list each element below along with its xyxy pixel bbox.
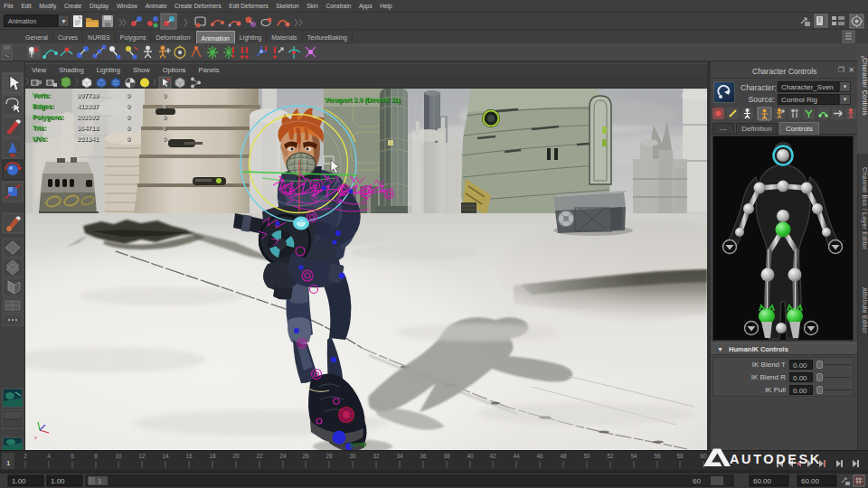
svg-text:12: 12 (138, 453, 146, 459)
svg-text:18: 18 (209, 453, 216, 459)
svg-text:32: 32 (373, 453, 380, 459)
svg-text:AUTODESK: AUTODESK (730, 452, 822, 466)
svg-text:UVs:: UVs: (33, 135, 47, 143)
svg-text:6: 6 (71, 453, 74, 459)
svg-text:412857: 412857 (77, 102, 99, 110)
svg-text:14: 14 (162, 453, 169, 459)
svg-text:persp: persp (350, 441, 367, 448)
svg-text:0: 0 (163, 102, 166, 110)
svg-text:1.00: 1.00 (12, 477, 26, 485)
svg-text:0: 0 (127, 113, 130, 121)
svg-text:36: 36 (420, 453, 427, 459)
svg-text:22: 22 (256, 453, 263, 459)
svg-text:0: 0 (163, 113, 166, 121)
svg-text:28: 28 (326, 453, 333, 459)
svg-text:207739: 207739 (77, 91, 99, 99)
svg-text:202092: 202092 (77, 113, 99, 121)
svg-text:1.00: 1.00 (51, 477, 65, 485)
svg-text:44: 44 (513, 453, 520, 459)
svg-text:1: 1 (6, 459, 11, 467)
svg-text:60: 60 (693, 477, 701, 485)
svg-text:38: 38 (443, 453, 450, 459)
svg-text:34: 34 (396, 453, 403, 459)
svg-text:56: 56 (654, 453, 661, 459)
svg-text:52: 52 (607, 453, 614, 459)
svg-text:2: 2 (24, 453, 27, 459)
svg-text:304718: 304718 (77, 124, 99, 132)
svg-text:48: 48 (560, 453, 567, 459)
svg-text:54: 54 (630, 453, 637, 459)
svg-text:Verts:: Verts: (33, 91, 51, 99)
svg-text:0: 0 (127, 135, 130, 143)
svg-text:x: x (34, 435, 37, 440)
svg-text:20: 20 (232, 453, 240, 459)
svg-text:0: 0 (127, 124, 130, 132)
svg-text:0: 0 (163, 91, 166, 99)
svg-text:60.00: 60.00 (801, 477, 820, 485)
svg-text:0: 0 (127, 102, 130, 110)
svg-text:42: 42 (489, 453, 496, 459)
svg-text:0: 0 (127, 91, 130, 99)
svg-text:Polygons:: Polygons: (33, 113, 64, 121)
svg-text:251341: 251341 (77, 135, 99, 143)
svg-text:Tris:: Tris: (33, 124, 46, 132)
svg-text:Edges:: Edges: (33, 102, 54, 110)
svg-text:58: 58 (676, 453, 684, 459)
svg-text:50: 50 (583, 453, 590, 459)
svg-text:46: 46 (536, 453, 543, 459)
svg-text:8: 8 (94, 453, 98, 459)
svg-text:0: 0 (163, 124, 166, 132)
svg-text:10: 10 (115, 453, 122, 459)
svg-text:60.00: 60.00 (753, 477, 772, 485)
svg-text:26: 26 (302, 453, 309, 459)
svg-text:4: 4 (47, 453, 51, 459)
svg-text:24: 24 (279, 453, 287, 459)
svg-text:1: 1 (98, 477, 102, 485)
svg-text:Viewport 2.0 (DirectX 11): Viewport 2.0 (DirectX 11) (325, 96, 401, 104)
svg-text:30: 30 (349, 453, 356, 459)
svg-text:16: 16 (185, 453, 193, 459)
svg-text:40: 40 (467, 453, 474, 459)
svg-text:0: 0 (163, 135, 166, 143)
